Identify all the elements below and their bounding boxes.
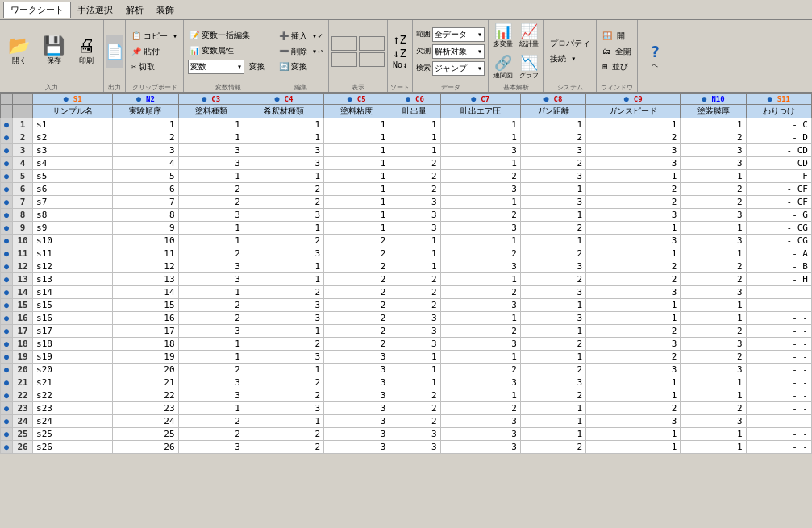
cell-c4[interactable]: 1 xyxy=(244,222,323,235)
cell-n10[interactable]: 3 xyxy=(681,235,746,247)
cell-n10[interactable]: 1 xyxy=(681,441,746,454)
cell-c9[interactable]: 3 xyxy=(586,157,681,170)
cell-c9[interactable]: 2 xyxy=(586,196,681,209)
cell-c5[interactable]: 3 xyxy=(324,428,389,441)
cell-c5[interactable]: 1 xyxy=(324,222,389,235)
cell-c7[interactable]: 1 xyxy=(440,157,520,170)
cell-c4[interactable]: 3 xyxy=(244,402,323,415)
cell-c9[interactable]: 3 xyxy=(586,286,681,299)
cell-c7[interactable]: 3 xyxy=(440,222,520,235)
cell-c8[interactable]: 2 xyxy=(520,389,585,402)
col-s11-name[interactable]: わりつけ xyxy=(746,105,811,118)
cell-s1[interactable]: s23 xyxy=(33,402,113,415)
cell-n2[interactable]: 16 xyxy=(113,312,178,325)
table-row[interactable]: ● 25 s25 25 2 2 3 3 3 1 1 1 - - xyxy=(1,428,812,441)
col-c6-name[interactable]: 吐出量 xyxy=(389,105,440,118)
cell-c8[interactable]: 1 xyxy=(520,183,585,196)
cell-c6[interactable]: 2 xyxy=(389,389,440,402)
copy-button[interactable]: 📋 コピー ▾ xyxy=(128,29,181,44)
cell-c4[interactable]: 3 xyxy=(244,299,323,312)
cell-n2[interactable]: 20 xyxy=(113,364,178,376)
cell-c9[interactable]: 3 xyxy=(586,209,681,222)
range-dropdown[interactable]: 全データ▾ xyxy=(432,27,485,42)
table-row[interactable]: ● 12 s12 12 3 1 2 1 3 3 2 2 - B xyxy=(1,260,812,273)
cell-c6[interactable]: 3 xyxy=(389,325,440,338)
cell-s11[interactable]: - CG xyxy=(746,235,811,247)
cell-c3[interactable]: 2 xyxy=(178,196,244,209)
cell-n10[interactable]: 2 xyxy=(681,196,746,209)
cell-c5[interactable]: 1 xyxy=(324,118,389,131)
cell-c8[interactable]: 2 xyxy=(520,338,585,351)
cell-s11[interactable]: - CF xyxy=(746,196,811,209)
cell-s11[interactable]: - - xyxy=(746,286,811,299)
cell-c9[interactable]: 3 xyxy=(586,144,681,157)
cell-c4[interactable]: 2 xyxy=(244,389,323,402)
menu-item-analyze[interactable]: 解析 xyxy=(119,2,150,18)
cell-n2[interactable]: 2 xyxy=(113,131,178,144)
cell-c7[interactable]: 3 xyxy=(440,441,520,454)
table-row[interactable]: ● 22 s22 22 3 2 3 2 1 2 1 1 - - xyxy=(1,389,812,402)
cell-n10[interactable]: 2 xyxy=(681,260,746,273)
window-open-button[interactable]: 🪟 開 xyxy=(599,29,635,44)
cell-s1[interactable]: s22 xyxy=(33,389,113,402)
cell-c3[interactable]: 1 xyxy=(178,131,244,144)
cell-c9[interactable]: 1 xyxy=(586,441,681,454)
cell-c3[interactable]: 3 xyxy=(178,376,244,389)
cell-c7[interactable]: 3 xyxy=(440,428,520,441)
cell-n10[interactable]: 2 xyxy=(681,273,746,286)
sort-no-button[interactable]: No↕ xyxy=(393,60,407,69)
cell-n2[interactable]: 25 xyxy=(113,428,178,441)
cell-c8[interactable]: 2 xyxy=(520,247,585,260)
multivariate-button[interactable]: 📊 多変量 xyxy=(491,20,515,51)
cell-c8[interactable]: 1 xyxy=(520,325,585,338)
cell-c4[interactable]: 2 xyxy=(244,235,323,247)
table-row[interactable]: ● 13 s13 13 3 1 2 2 1 2 2 2 - H xyxy=(1,273,812,286)
var-attr-button[interactable]: 📊 変数属性 xyxy=(186,44,270,58)
cell-c6[interactable]: 2 xyxy=(389,286,440,299)
cell-s11[interactable]: - CG xyxy=(746,222,811,235)
cell-c8[interactable]: 1 xyxy=(520,235,585,247)
cell-n10[interactable]: 2 xyxy=(681,402,746,415)
cell-c7[interactable]: 2 xyxy=(440,247,520,260)
cell-c4[interactable]: 1 xyxy=(244,415,323,428)
cell-s1[interactable]: s7 xyxy=(33,196,113,209)
cell-c3[interactable]: 3 xyxy=(178,260,244,273)
cell-c7[interactable]: 1 xyxy=(440,273,520,286)
cell-s1[interactable]: s6 xyxy=(33,183,113,196)
cell-c4[interactable]: 2 xyxy=(244,338,323,351)
col-c3-name[interactable]: 塗料種類 xyxy=(178,105,244,118)
cell-s11[interactable]: - CD xyxy=(746,144,811,157)
menu-item-method[interactable]: 手法選択 xyxy=(71,2,119,18)
cell-s1[interactable]: s4 xyxy=(33,157,113,170)
cell-c3[interactable]: 3 xyxy=(178,209,244,222)
cell-s1[interactable]: s24 xyxy=(33,415,113,428)
cell-s11[interactable]: - F xyxy=(746,170,811,183)
delete-button[interactable]: ➖ 削除 ▾ ↩ xyxy=(276,44,326,59)
cell-c6[interactable]: 1 xyxy=(389,247,440,260)
cell-c5[interactable]: 3 xyxy=(324,389,389,402)
cell-c4[interactable]: 2 xyxy=(244,196,323,209)
cell-n2[interactable]: 7 xyxy=(113,196,178,209)
missing-dropdown[interactable]: 解析対象▾ xyxy=(432,44,485,59)
cell-c9[interactable]: 1 xyxy=(586,118,681,131)
insert-button[interactable]: ➕ 挿入 ▾ ✓ xyxy=(276,29,326,44)
menu-tab-worksheet[interactable]: ワークシート xyxy=(3,2,71,18)
cell-n2[interactable]: 22 xyxy=(113,389,178,402)
cell-c8[interactable]: 2 xyxy=(520,273,585,286)
cell-c3[interactable]: 1 xyxy=(178,170,244,183)
cell-s11[interactable]: - CF xyxy=(746,183,811,196)
table-row[interactable]: ● 20 s20 20 2 1 3 1 2 2 3 3 - - xyxy=(1,364,812,376)
cell-s1[interactable]: s8 xyxy=(33,209,113,222)
window-arrange-button[interactable]: ⊞ 並び xyxy=(599,60,635,74)
var-batch-edit-button[interactable]: 📝 変数一括編集 xyxy=(186,28,270,43)
cell-c9[interactable]: 2 xyxy=(586,351,681,364)
table-row[interactable]: ● 11 s11 11 2 3 2 1 2 2 1 1 - A xyxy=(1,247,812,260)
graph-button[interactable]: 📉 グラフ xyxy=(517,52,541,82)
cell-s11[interactable]: - - xyxy=(746,441,811,454)
cell-s1[interactable]: s20 xyxy=(33,364,113,376)
cell-s1[interactable]: s5 xyxy=(33,170,113,183)
cell-c3[interactable]: 1 xyxy=(178,351,244,364)
cell-s1[interactable]: s19 xyxy=(33,351,113,364)
cell-c7[interactable]: 3 xyxy=(440,299,520,312)
cell-c4[interactable]: 1 xyxy=(244,131,323,144)
